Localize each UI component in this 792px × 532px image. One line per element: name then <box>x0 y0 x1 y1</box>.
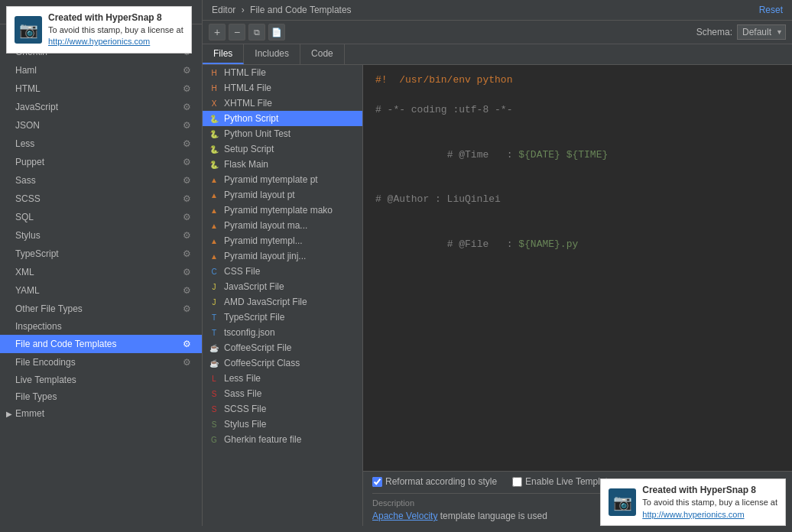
reformat-label: Reformat according to style <box>385 476 497 487</box>
tab-files[interactable]: Files <box>203 44 244 64</box>
sidebar-item-sql[interactable]: SQL ⚙ <box>0 208 202 226</box>
sidebar-item-yaml[interactable]: YAML ⚙ <box>0 281 202 300</box>
file-item-xhtml[interactable]: X XHTML File <box>203 96 362 111</box>
file-list-panel: H HTML File H HTML4 File X XHTML File 🐍 … <box>203 65 363 526</box>
live-templates-checkbox[interactable] <box>512 477 522 487</box>
file-item-label: CoffeeScript File <box>224 342 291 353</box>
breadcrumb-separator: › <box>242 5 247 15</box>
file-item-coffeescript-class[interactable]: ☕ CoffeeScript Class <box>203 355 362 371</box>
code-editor[interactable]: #! /usr/bin/env python # -*- coding :utf… <box>363 65 792 471</box>
sidebar-item-less[interactable]: Less ⚙ <box>0 135 202 153</box>
sidebar-item-other-file-types[interactable]: Other File Types ⚙ <box>0 300 202 318</box>
file-item-coffeescript[interactable]: ☕ CoffeeScript File <box>203 340 362 355</box>
sidebar-item-file-encodings[interactable]: File Encodings ⚙ <box>0 353 202 371</box>
code-line-blank1 <box>375 88 780 103</box>
watermark-bottom-right: 📷 Created with HyperSnap 8 To avoid this… <box>600 478 786 526</box>
file-item-html[interactable]: H HTML File <box>203 65 362 80</box>
tab-code-label: Code <box>311 48 333 59</box>
sidebar-item-stylus[interactable]: Stylus ⚙ <box>0 226 202 245</box>
sidebar-item-label: File Encodings <box>15 357 76 368</box>
file-item-gherkin[interactable]: G Gherkin feature file <box>203 432 362 447</box>
file-item-tsconfig[interactable]: T tsconfig.json <box>203 325 362 340</box>
sidebar-item-icon-sql: ⚙ <box>180 211 193 223</box>
watermark-text-br: Created with HyperSnap 8 To avoid this s… <box>642 484 777 521</box>
file-item-label: HTML File <box>224 67 266 78</box>
reformat-checkbox-item[interactable]: Reformat according to style <box>372 476 497 487</box>
add-template-button[interactable]: + <box>209 24 226 41</box>
pyramid5-icon: ▲ <box>209 235 219 246</box>
file-item-flask-main[interactable]: 🐍 Flask Main <box>203 157 362 172</box>
schema-area: Schema: Default Project Module Global ▼ <box>696 24 786 40</box>
file-item-setup-script[interactable]: 🐍 Setup Script <box>203 141 362 157</box>
tab-code[interactable]: Code <box>300 44 345 64</box>
file-item-python-script[interactable]: 🐍 Python Script <box>203 111 362 126</box>
file-item-stylus[interactable]: S Stylus File <box>203 417 362 432</box>
code-line-coding: # -*- coding :utf-8 -*- <box>375 102 780 118</box>
file-item-label: TypeScript File <box>224 312 284 323</box>
reformat-checkbox[interactable] <box>372 477 382 487</box>
watermark-logo-br: 📷 <box>609 488 636 516</box>
file-item-scss[interactable]: S SCSS File <box>203 401 362 417</box>
file-item-label: Pyramid layout pt <box>224 190 295 200</box>
sidebar-item-typescript[interactable]: TypeScript ⚙ <box>0 245 202 263</box>
file-item-amd-js[interactable]: J AMD JavaScript File <box>203 294 362 310</box>
file-item-label: Pyramid mytemplate pt <box>224 174 318 185</box>
sidebar-item-haml[interactable]: Haml ⚙ <box>0 61 202 79</box>
xhtml-file-icon: X <box>209 98 219 109</box>
file-item-label: Pyramid layout ma... <box>224 220 307 231</box>
sidebar-item-file-types[interactable]: File Types <box>0 388 202 405</box>
file-item-label: Stylus File <box>224 419 266 430</box>
file-item-pyramid-4[interactable]: ▲ Pyramid layout ma... <box>203 218 362 233</box>
file-item-pyramid-1[interactable]: ▲ Pyramid mytemplate pt <box>203 172 362 187</box>
file-template-button[interactable]: 📄 <box>268 24 285 41</box>
file-item-js[interactable]: J JavaScript File <box>203 279 362 294</box>
tab-includes[interactable]: Includes <box>244 44 300 64</box>
file-item-ts[interactable]: T TypeScript File <box>203 310 362 325</box>
toolbar: + − ⧉ 📄 Schema: Default Project Module G… <box>203 21 792 44</box>
file-item-css[interactable]: C CSS File <box>203 264 362 279</box>
coffee-class-icon: ☕ <box>209 358 219 368</box>
schema-dropdown-wrapper[interactable]: Default Project Module Global ▼ <box>737 24 786 40</box>
sidebar-item-file-code-templates[interactable]: File and Code Templates ⚙ <box>0 335 202 353</box>
sidebar-item-sass[interactable]: Sass ⚙ <box>0 171 202 190</box>
watermark-top-left: 📷 Created with HyperSnap 8 To avoid this… <box>6 6 192 54</box>
sidebar-item-icon-yaml: ⚙ <box>180 284 193 297</box>
file-item-label: SCSS File <box>224 404 266 414</box>
code-line-blank3 <box>375 177 780 193</box>
sidebar-item-javascript[interactable]: JavaScript ⚙ <box>0 98 202 116</box>
file-item-pyramid-3[interactable]: ▲ Pyramid mytemplate mako <box>203 203 362 218</box>
schema-select[interactable]: Default Project Module Global <box>737 24 786 40</box>
file-item-label: Pyramid mytempl... <box>224 235 303 246</box>
sidebar-item-html[interactable]: HTML ⚙ <box>0 79 202 98</box>
file-item-label: AMD JavaScript File <box>224 297 307 307</box>
file-item-python-unit-test[interactable]: 🐍 Python Unit Test <box>203 126 362 141</box>
file-item-pyramid-2[interactable]: ▲ Pyramid layout pt <box>203 187 362 203</box>
tab-includes-label: Includes <box>255 48 289 59</box>
file-item-sass[interactable]: S Sass File <box>203 386 362 401</box>
sidebar-item-inspections[interactable]: Inspections <box>0 318 202 335</box>
sidebar-item-icon-xml: ⚙ <box>180 266 193 278</box>
file-item-pyramid-6[interactable]: ▲ Pyramid layout jinj... <box>203 248 362 264</box>
copy-template-button[interactable]: ⧉ <box>248 24 265 41</box>
split-panel: H HTML File H HTML4 File X XHTML File 🐍 … <box>203 65 792 526</box>
sidebar-group-emmet[interactable]: ▶ Emmet <box>0 405 202 422</box>
file-item-label: Setup Script <box>224 144 274 154</box>
remove-template-button[interactable]: − <box>229 24 245 41</box>
sidebar-item-label: File Types <box>15 391 57 402</box>
reset-button[interactable]: Reset <box>759 5 783 15</box>
sidebar-group-label: Emmet <box>15 408 44 419</box>
watermark-logo: 📷 <box>15 16 42 44</box>
editor-panel: #! /usr/bin/env python # -*- coding :utf… <box>363 65 792 526</box>
sidebar-item-xml[interactable]: XML ⚙ <box>0 263 202 281</box>
sidebar-item-puppet[interactable]: Puppet ⚙ <box>0 153 202 171</box>
file-item-pyramid-5[interactable]: ▲ Pyramid mytempl... <box>203 233 362 248</box>
breadcrumb-current: File and Code Templates <box>250 5 352 15</box>
file-item-html4[interactable]: H HTML4 File <box>203 80 362 96</box>
sidebar-item-label: XML <box>15 267 34 277</box>
sidebar-item-live-templates[interactable]: Live Templates <box>0 371 202 388</box>
sidebar-item-scss[interactable]: SCSS ⚙ <box>0 190 202 208</box>
file-item-less[interactable]: L Less File <box>203 371 362 386</box>
python-script-icon: 🐍 <box>209 113 219 124</box>
sidebar-item-json[interactable]: JSON ⚙ <box>0 116 202 135</box>
apache-velocity-link[interactable]: Apache Velocity <box>372 511 437 521</box>
